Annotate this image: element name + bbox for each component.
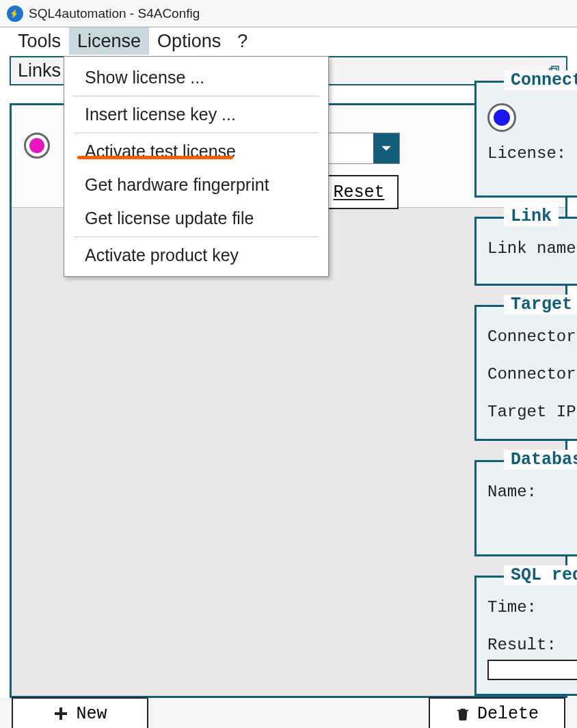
titlebar-title: SQL4automation - S4AConfig	[29, 6, 200, 21]
menubar: Tools License Options ?	[0, 27, 577, 56]
connector-label-1: Connector	[487, 327, 577, 346]
menu-activate-test-license[interactable]: Activate test license	[64, 135, 328, 168]
trash-icon	[455, 706, 470, 721]
menu-divider	[74, 96, 319, 96]
status-radio[interactable]	[24, 133, 50, 159]
menu-get-hardware-fingerprint[interactable]: Get hardware fingerprint	[64, 168, 328, 202]
target-legend: Target	[504, 295, 577, 314]
sql-req-legend: SQL req	[504, 565, 577, 585]
menu-license[interactable]: License	[69, 27, 149, 55]
menu-help[interactable]: ?	[229, 27, 256, 55]
connect-status-dot	[494, 109, 510, 126]
database-fieldset: Databas Name:	[474, 460, 577, 556]
menu-get-license-update-file[interactable]: Get license update file	[64, 202, 328, 235]
database-legend: Databas	[504, 450, 577, 470]
link-legend: Link	[504, 206, 559, 226]
menu-activate-product-key[interactable]: Activate product key	[64, 239, 328, 272]
menu-divider	[74, 133, 319, 133]
connect-legend: Connect	[504, 70, 577, 90]
license-label: License:	[487, 144, 577, 163]
new-button[interactable]: New	[12, 697, 148, 728]
app-icon	[7, 5, 23, 22]
license-dropdown-menu: Show license ... Insert license key ... …	[64, 56, 329, 277]
menu-show-license[interactable]: Show license ...	[64, 61, 328, 94]
links-label: Links	[11, 60, 61, 81]
connect-status-radio[interactable]	[487, 103, 516, 132]
menu-divider	[74, 237, 319, 237]
plus-icon	[53, 705, 69, 722]
target-fieldset: Target Connector Connector Target IP:	[474, 305, 577, 441]
target-ip-label: Target IP:	[487, 403, 577, 421]
new-label: New	[76, 704, 107, 724]
sql-result-field[interactable]	[487, 660, 577, 680]
titlebar: SQL4automation - S4AConfig	[0, 0, 577, 27]
annotation-highlight	[77, 156, 233, 159]
status-radio-dot	[29, 138, 44, 153]
connect-fieldset: Connect License:	[474, 81, 577, 198]
sql-result-label: Result:	[487, 636, 577, 654]
link-name-label: Link name:	[487, 239, 577, 258]
sql-req-fieldset: SQL req Time: Result:	[474, 576, 577, 696]
menu-insert-license-key[interactable]: Insert license key ...	[64, 98, 328, 131]
menu-options[interactable]: Options	[149, 27, 229, 55]
link-fieldset: Link Link name:	[474, 217, 577, 286]
connector-label-2: Connector	[487, 365, 577, 383]
reset-label: Reset	[333, 183, 384, 202]
menu-tools[interactable]: Tools	[10, 27, 69, 55]
chevron-down-icon[interactable]	[373, 133, 399, 163]
sql-time-label: Time:	[487, 598, 577, 617]
database-name-label: Name:	[487, 483, 577, 501]
